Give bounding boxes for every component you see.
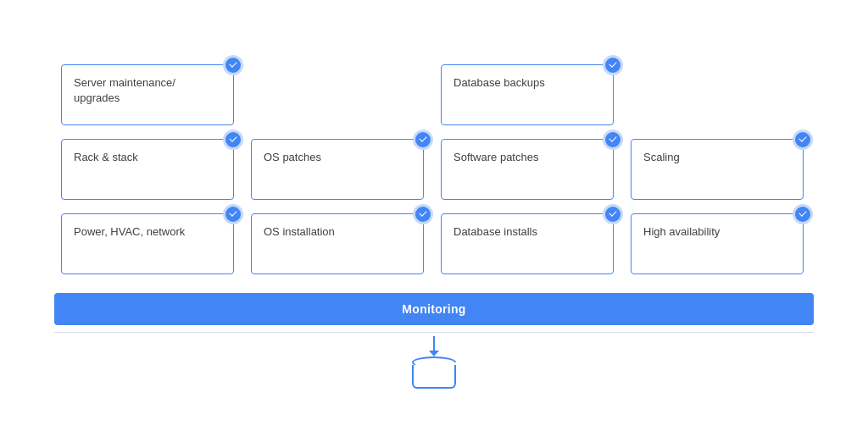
cell-rack-stack: Rack & stack bbox=[54, 132, 244, 207]
card-power-hvac: Power, HVAC, network bbox=[61, 213, 234, 274]
database-installs-label: Database installs bbox=[453, 224, 537, 240]
check-badge-scaling bbox=[793, 130, 813, 150]
diagram-container: Server maintenance/ upgrades Database ba… bbox=[27, 37, 841, 406]
cell-scaling: Scaling bbox=[624, 132, 814, 207]
check-badge-os-patches bbox=[413, 130, 433, 150]
check-badge-server bbox=[223, 55, 243, 75]
power-hvac-label: Power, HVAC, network bbox=[74, 224, 185, 240]
monitoring-bar: Monitoring bbox=[54, 293, 814, 325]
card-os-patches: OS patches bbox=[251, 139, 424, 200]
cell-power-hvac: Power, HVAC, network bbox=[54, 207, 244, 281]
cell-server-maintenance: Server maintenance/ upgrades bbox=[54, 58, 244, 132]
cell-database-installs: Database installs bbox=[434, 207, 624, 281]
software-patches-label: Software patches bbox=[453, 150, 538, 165]
database-icon bbox=[412, 356, 456, 389]
empty-top-col2 bbox=[244, 58, 434, 132]
check-badge-os-installation bbox=[413, 204, 433, 224]
rack-stack-label: Rack & stack bbox=[74, 150, 138, 165]
os-patches-label: OS patches bbox=[264, 150, 321, 165]
server-maintenance-label: Server maintenance/ upgrades bbox=[74, 75, 175, 106]
check-badge-db-installs bbox=[603, 204, 623, 224]
card-rack-stack: Rack & stack bbox=[61, 139, 234, 200]
card-database-installs: Database installs bbox=[441, 213, 614, 274]
scaling-label: Scaling bbox=[643, 150, 680, 165]
card-server-maintenance: Server maintenance/ upgrades bbox=[61, 64, 234, 125]
check-badge-high-avail bbox=[793, 204, 813, 224]
cell-database-backups: Database backups bbox=[434, 58, 624, 132]
cell-software-patches: Software patches bbox=[434, 132, 624, 207]
os-installation-label: OS installation bbox=[264, 224, 335, 240]
divider-line bbox=[54, 332, 814, 333]
check-badge-db-backups bbox=[603, 55, 623, 75]
row-bot: Power, HVAC, network OS installation Dat… bbox=[54, 207, 814, 281]
check-badge-power bbox=[223, 204, 243, 224]
card-high-availability: High availability bbox=[631, 213, 804, 274]
database-container bbox=[54, 336, 814, 389]
cell-high-availability: High availability bbox=[624, 207, 814, 281]
monitoring-label: Monitoring bbox=[402, 302, 465, 316]
row-top: Server maintenance/ upgrades Database ba… bbox=[54, 58, 814, 132]
high-availability-label: High availability bbox=[643, 224, 720, 240]
card-software-patches: Software patches bbox=[441, 139, 614, 200]
card-database-backups: Database backups bbox=[441, 64, 614, 125]
check-badge-rack bbox=[223, 130, 243, 150]
arrow-down bbox=[433, 336, 435, 351]
check-badge-software-patches bbox=[603, 130, 623, 150]
row-mid: Rack & stack OS patches Software patches… bbox=[54, 132, 814, 207]
cell-os-patches: OS patches bbox=[244, 132, 434, 207]
card-scaling: Scaling bbox=[631, 139, 804, 200]
cell-os-installation: OS installation bbox=[244, 207, 434, 281]
db-body bbox=[412, 365, 456, 389]
card-os-installation: OS installation bbox=[251, 213, 424, 274]
empty-top-col4 bbox=[624, 58, 814, 132]
database-backups-label: Database backups bbox=[453, 75, 545, 91]
